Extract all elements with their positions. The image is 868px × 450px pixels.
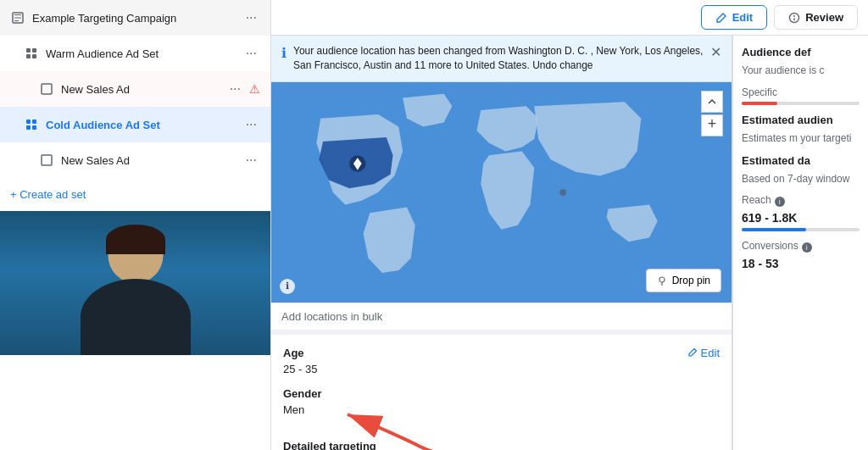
top-bar: Edit Review — [271, 0, 868, 36]
age-edit-label: Edit — [701, 347, 720, 359]
age-row: Age 25 - 35 Edit — [283, 347, 720, 375]
cold-audience-dots[interactable]: ··· — [242, 115, 260, 134]
notification-bar: ℹ Your audience location has been change… — [271, 36, 732, 82]
map-visual: ✓ + — [271, 82, 732, 303]
gender-label: Gender — [283, 387, 322, 400]
sidebar-item-new-sales-1[interactable]: New Sales Ad ··· ⚠ — [0, 71, 270, 107]
svg-rect-6 — [26, 119, 31, 124]
notification-text: Your audience location has been changed … — [293, 44, 704, 73]
conversions-info-icon: i — [802, 242, 812, 253]
reach-bar — [742, 228, 806, 231]
gender-row: Gender Men — [283, 387, 720, 416]
cold-audience-label: Cold Audience Ad Set — [46, 119, 242, 131]
adset-icon-warm — [24, 46, 39, 61]
svg-rect-1 — [26, 48, 31, 53]
warm-audience-label: Warm Audience Ad Set — [46, 47, 242, 60]
svg-rect-9 — [32, 125, 36, 130]
sidebar-item-new-sales-2[interactable]: New Sales Ad ··· — [0, 142, 270, 178]
svg-rect-5 — [42, 84, 52, 94]
reach-info-icon: i — [775, 197, 785, 207]
svg-point-11 — [790, 13, 799, 22]
age-section: Age 25 - 35 Edit Gender Men — [271, 330, 732, 428]
campaign-label: Example Targeting Campaign — [32, 12, 242, 25]
based-text: Based on 7-day window — [742, 172, 860, 186]
svg-rect-8 — [26, 125, 31, 130]
edit-button[interactable]: Edit — [701, 5, 768, 30]
svg-point-17 — [559, 189, 566, 196]
sidebar-item-warm-audience[interactable]: Warm Audience Ad Set ··· — [0, 36, 270, 71]
pin-icon — [657, 275, 667, 286]
add-locations-row: Add locations in bulk — [271, 303, 732, 330]
map-info-icon[interactable]: ℹ — [280, 279, 295, 294]
video-thumbnail — [0, 211, 271, 355]
map-controls: + — [701, 91, 723, 136]
new-sales-2-label: New Sales Ad — [61, 154, 242, 167]
age-label: Age — [283, 347, 402, 359]
create-adset-label: + Create ad set — [10, 188, 86, 201]
review-button[interactable]: Review — [774, 5, 858, 30]
create-adset-button[interactable]: + Create ad set — [0, 178, 270, 211]
add-locations-label: Add locations in bulk — [281, 310, 382, 323]
conversions-label: Conversions — [742, 240, 798, 252]
drop-pin-label: Drop pin — [672, 275, 710, 286]
map-expand-btn[interactable] — [701, 91, 723, 113]
new-sales-2-dots[interactable]: ··· — [242, 151, 260, 169]
ad-icon-2 — [39, 153, 54, 168]
review-label: Review — [805, 11, 843, 24]
middle-panel: ℹ Your audience location has been change… — [271, 36, 732, 450]
new-sales-1-dots[interactable]: ··· — [226, 80, 244, 98]
audience-def-text: Your audience is c — [742, 64, 860, 78]
svg-rect-3 — [26, 54, 31, 58]
estimated-daily-title: Estimated da — [742, 154, 860, 167]
info-icon-notif: ℹ — [281, 45, 287, 61]
drop-pin-button[interactable]: Drop pin — [646, 269, 721, 292]
audience-breadth-bar — [742, 102, 860, 105]
svg-rect-2 — [32, 48, 36, 53]
svg-text:✓: ✓ — [354, 159, 361, 169]
age-label-col: Age 25 - 35 — [283, 347, 402, 375]
age-value: 25 - 35 — [283, 363, 402, 375]
conversions-value: 18 - 53 — [742, 257, 860, 270]
chevron-up-icon — [707, 97, 717, 107]
content-area: ℹ Your audience location has been change… — [271, 36, 868, 450]
campaign-icon — [10, 10, 25, 25]
campaign-dots[interactable]: ··· — [242, 8, 260, 27]
svg-rect-13 — [793, 18, 794, 21]
edit-label: Edit — [732, 11, 754, 24]
campaign-item[interactable]: Example Targeting Campaign ··· — [0, 0, 270, 36]
left-sidebar: Example Targeting Campaign ··· Warm Audi… — [0, 0, 271, 450]
warning-icon-1: ⚠ — [249, 82, 260, 96]
svg-rect-10 — [42, 155, 52, 165]
reach-bar-container — [742, 228, 860, 231]
gender-value: Men — [283, 403, 304, 416]
svg-rect-7 — [32, 119, 36, 124]
svg-rect-4 — [32, 54, 36, 58]
adset-icon-cold — [24, 117, 39, 132]
edit-pencil-icon — [687, 347, 698, 358]
right-panel: Audience def Your audience is c Specific… — [732, 36, 868, 450]
detailed-targeting-title: Detailed targeting — [283, 440, 720, 450]
ad-icon-1 — [39, 81, 54, 97]
warm-audience-dots[interactable]: ··· — [242, 44, 260, 63]
svg-point-18 — [659, 277, 665, 282]
map-plus-btn[interactable]: + — [701, 114, 723, 136]
sidebar-item-cold-audience[interactable]: Cold Audience Ad Set ··· — [0, 107, 270, 142]
edit-icon — [715, 12, 727, 24]
main-content: Edit Review ℹ Your audience location has… — [271, 0, 868, 450]
age-edit-link[interactable]: Edit — [687, 347, 720, 359]
review-icon — [788, 12, 800, 24]
reach-value: 619 - 1.8K — [742, 211, 860, 225]
svg-point-12 — [793, 15, 795, 17]
notification-close[interactable]: ✕ — [710, 44, 721, 60]
detailed-targeting-section: Detailed targeting Include people who ma… — [271, 428, 732, 450]
estimated-audience-title: Estimated audien — [742, 114, 860, 126]
estimates-text: Estimates m your targeti — [742, 131, 860, 146]
reach-label: Reach — [742, 194, 771, 206]
audience-breadth-indicator — [742, 102, 777, 105]
specific-label: Specific — [742, 86, 860, 98]
audience-def-title: Audience def — [742, 46, 860, 58]
new-sales-1-label: New Sales Ad — [61, 83, 226, 96]
